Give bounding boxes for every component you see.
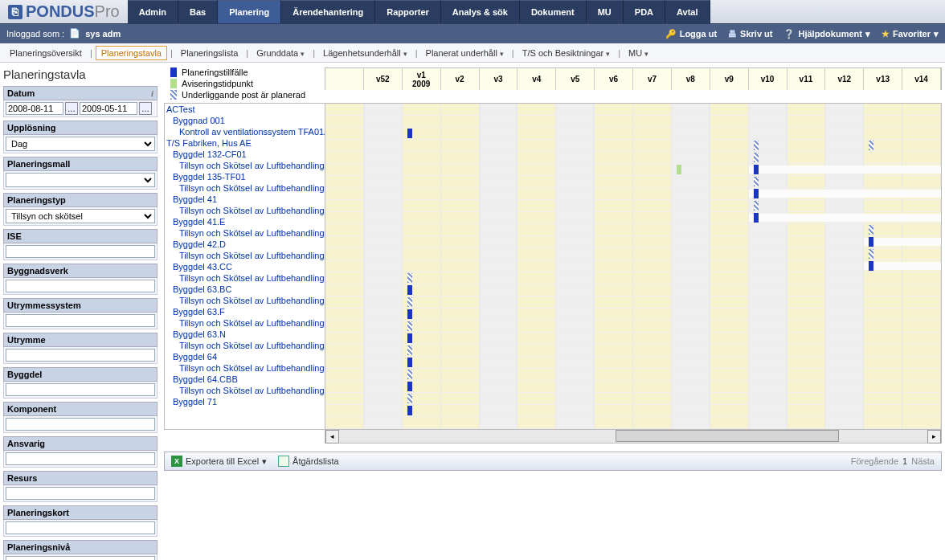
date-from-input[interactable] [6,102,63,115]
tree-item[interactable]: Tillsyn och Skötsel av Luftbehandlingsa [165,385,325,396]
tree-item[interactable]: Byggdel 42.D [165,239,325,250]
gantt-marker[interactable] [677,165,681,174]
gantt-scrollbar[interactable]: ◂ ▸ [325,430,942,444]
planeringstyp-select[interactable]: Tillsyn och skötsel [6,209,155,223]
subnav-mu[interactable]: MU [624,47,653,59]
tree-item[interactable]: Tillsyn och Skötsel av Luftbehandlingsa [165,362,325,374]
gantt-marker[interactable] [869,141,873,150]
tree-item[interactable]: Byggdel 64 [165,351,325,362]
nav-tab-pda[interactable]: PDA [624,0,665,23]
info-icon[interactable]: i [151,88,153,98]
nav-tab-bas[interactable]: Bas [178,0,218,23]
gantt-marker[interactable] [407,370,412,379]
resurs-input[interactable] [6,487,155,500]
tree-item[interactable]: Byggdel 135-TF01 [165,171,325,182]
upplosning-select[interactable]: Dag [6,137,155,151]
nav-tab-avtal[interactable]: Avtal [665,0,710,23]
ise-input[interactable] [6,245,155,258]
tree-item[interactable]: Byggnad 001 [165,115,325,126]
scroll-right-button[interactable]: ▸ [927,430,941,444]
gantt-marker[interactable] [754,177,759,186]
help-link[interactable]: ❔ Hjälpdokument ▾ [783,29,869,39]
tree-item[interactable]: Byggdel 132-CF01 [165,149,325,160]
nav-tab-admin[interactable]: Admin [128,0,178,23]
gantt-marker[interactable] [407,321,412,331]
planeringsmall-select[interactable] [6,173,155,187]
byggnadsverk-input[interactable] [6,280,155,292]
tree-item[interactable]: Tillsyn och Skötsel av Luftbehandlingsa [165,227,325,239]
subnav-grunddata[interactable]: Grunddata [252,47,309,59]
nav-tab-analyssk[interactable]: Analys & sök [441,0,520,23]
tree-item[interactable]: Tillsyn och Skötsel av Luftbehandlingsa [165,272,325,284]
tree-item[interactable]: Byggdel 63.BC [165,284,325,295]
scroll-thumb[interactable] [616,430,839,442]
print-link[interactable]: 🖶 Skriv ut [728,29,772,39]
gantt-marker[interactable] [754,165,759,174]
gantt-marker[interactable] [754,141,759,150]
gantt-marker[interactable] [407,345,412,355]
gantt-marker[interactable] [754,213,759,223]
subnav-planeringslista[interactable]: Planeringslista [176,47,243,59]
tree-item[interactable]: Tillsyn och Skötsel av Luftbehandlingsa [165,295,325,306]
gantt-marker[interactable] [407,273,412,283]
tree-item[interactable]: Tillsyn och Skötsel av Luftbehandlingsa [165,160,325,171]
scroll-left-button[interactable]: ◂ [325,430,339,444]
gantt-marker[interactable] [869,261,873,271]
gantt-marker[interactable] [754,201,759,211]
tree-item[interactable]: Tillsyn och Skötsel av Luftbehandlingsa [165,250,325,261]
gantt-marker[interactable] [407,358,412,367]
tree-item[interactable]: Kontroll av ventilationssystem TFA01/F [165,126,325,137]
pager-prev[interactable]: Föregående [851,456,898,466]
tree-item[interactable]: Tillsyn och Skötsel av Luftbehandlingsa [165,340,325,351]
tree-item[interactable]: Byggdel 64.CBB [165,374,325,385]
gantt-marker[interactable] [754,189,759,198]
pager-next[interactable]: Nästa [911,456,935,466]
tree-item[interactable]: Tillsyn och Skötsel av Luftbehandlingsa [165,317,325,329]
date-from-picker[interactable]: … [65,102,78,115]
date-to-picker[interactable]: … [139,102,152,115]
gantt-marker[interactable] [869,225,873,235]
tree-item[interactable]: Tillsyn och Skötsel av Luftbehandlingsa [165,205,325,216]
tree-item[interactable]: ACTest [165,104,325,115]
tree-item[interactable]: Byggdel 63.N [165,329,325,340]
logout-link[interactable]: 🔑 Logga ut [665,29,717,39]
nav-tab-rendehantering[interactable]: Ärendehantering [281,0,375,23]
planeringskort-input[interactable] [6,521,155,534]
tree-item[interactable]: Byggdel 43.CC [165,261,325,272]
tree-item[interactable]: Byggdel 41.E [165,216,325,227]
gantt-marker[interactable] [407,394,412,403]
utrymmessystem-input[interactable] [6,314,155,327]
gantt-marker[interactable] [407,129,412,138]
subnav-lgenhetsunderhll[interactable]: Lägenhetsunderhåll [318,47,412,59]
gantt-marker[interactable] [869,237,873,247]
gantt-marker[interactable] [407,406,412,415]
action-list-button[interactable]: Åtgärdslista [278,456,338,467]
gantt-marker[interactable] [407,309,412,319]
gantt-marker[interactable] [407,333,412,343]
planeringsniva-input[interactable] [6,556,155,560]
utrymme-input[interactable] [6,349,155,362]
date-to-input[interactable] [80,102,137,115]
ansvarig-input[interactable] [6,452,155,465]
gantt-marker[interactable] [407,297,412,307]
gantt-marker[interactable] [754,153,759,162]
subnav-planeringsversikt[interactable]: Planeringsöversikt [5,47,87,59]
tree-item[interactable]: Byggdel 71 [165,396,325,407]
tree-item[interactable]: T/S Fabriken, Hus AE [165,137,325,149]
tree-item[interactable]: Byggdel 41 [165,194,325,205]
nav-tab-dokument[interactable]: Dokument [520,0,587,23]
nav-tab-planering[interactable]: Planering [218,0,281,23]
komponent-input[interactable] [6,418,155,431]
favorites-link[interactable]: ★ Favoriter ▾ [882,29,939,39]
subnav-planeringstavla[interactable]: Planeringstavla [96,46,167,60]
nav-tab-mu[interactable]: MU [587,0,624,23]
export-excel-button[interactable]: X Exportera till Excel ▾ [171,456,267,467]
gantt-marker[interactable] [407,382,412,391]
gantt-marker[interactable] [869,249,873,259]
tree-item[interactable]: Tillsyn och Skötsel av Luftbehandlingsa [165,182,325,194]
subnav-tsochbesiktningar[interactable]: T/S och Besiktningar [518,47,616,59]
byggdel-input[interactable] [6,383,155,396]
gantt-marker[interactable] [407,285,412,295]
nav-tab-rapporter[interactable]: Rapporter [375,0,441,23]
subnav-planeratunderhll[interactable]: Planerat underhåll [421,47,509,59]
